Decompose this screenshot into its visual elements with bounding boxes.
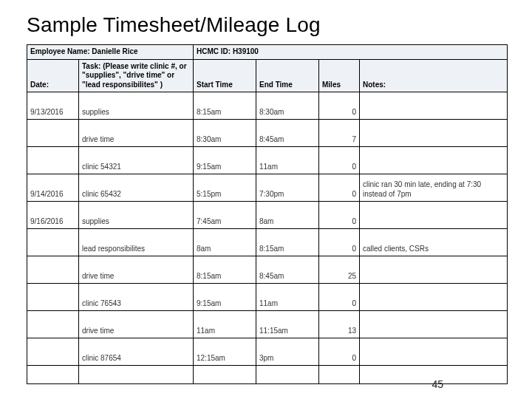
timesheet-body: 9/13/2016 supplies 8:15am 8:30am 0 drive…: [27, 92, 508, 384]
cell-notes: called clients, CSRs: [360, 229, 508, 256]
table-row: clinic 76543 9:15am 11am 0: [27, 284, 508, 311]
col-miles-header: Miles: [319, 59, 360, 92]
cell-end: 8:45am: [256, 256, 319, 284]
cell-date: [27, 120, 79, 147]
cell-miles: 0: [319, 147, 360, 174]
cell-date: [27, 311, 79, 338]
table-row: 9/13/2016 supplies 8:15am 8:30am 0: [27, 92, 508, 120]
cell-notes: [360, 120, 508, 147]
hcmc-id-header: HCMC ID: H39100: [194, 45, 508, 60]
cell-end: 11am: [256, 147, 319, 174]
employee-name-header: Employee Name: Danielle Rice: [27, 45, 194, 60]
cell-notes: [360, 284, 508, 311]
timesheet-table: Employee Name: Danielle Rice HCMC ID: H3…: [27, 44, 508, 384]
cell-date: [27, 284, 79, 311]
header-row-2: Date: Task: (Please write clinic #, or "…: [27, 59, 508, 92]
slide: Sample Timesheet/Mileage Log Employee Na…: [0, 0, 532, 399]
cell-task: clinic 76543: [79, 284, 194, 311]
col-task-header: Task: (Please write clinic #, or "suppli…: [79, 59, 194, 92]
table-row: lead responsibilites 8am 8:15am 0 called…: [27, 229, 508, 256]
cell-end: 8am: [256, 202, 319, 229]
cell-miles: 25: [319, 256, 360, 284]
cell-notes: clinic ran 30 min late, ending at 7:30 i…: [360, 174, 508, 202]
cell-end: 3pm: [256, 338, 319, 366]
timesheet-wrap: Employee Name: Danielle Rice HCMC ID: H3…: [27, 44, 510, 384]
slide-title: Sample Timesheet/Mileage Log: [27, 13, 510, 37]
cell-start: 8:15am: [194, 92, 256, 120]
cell-miles: 0: [319, 338, 360, 366]
cell-miles: 0: [319, 92, 360, 120]
table-row: drive time 8:30am 8:45am 7: [27, 120, 508, 147]
cell-end: 8:15am: [256, 229, 319, 256]
cell-start: 9:15am: [194, 284, 256, 311]
cell-start: 12:15am: [194, 338, 256, 366]
cell-date: 9/14/2016: [27, 174, 79, 202]
cell-miles: 0: [319, 229, 360, 256]
cell-task: drive time: [79, 120, 194, 147]
table-row: clinic 87654 12:15am 3pm 0: [27, 338, 508, 366]
cell-start: 8:30am: [194, 120, 256, 147]
cell-date: 9/13/2016: [27, 92, 79, 120]
cell-end: 8:30am: [256, 92, 319, 120]
cell-date: [27, 147, 79, 174]
cell-date: 9/16/2016: [27, 202, 79, 229]
cell-task: clinic 87654: [79, 338, 194, 366]
table-row: clinic 54321 9:15am 11am 0: [27, 147, 508, 174]
cell-notes: [360, 311, 508, 338]
cell-task: supplies: [79, 92, 194, 120]
cell-date: [27, 338, 79, 366]
cell-task: drive time: [79, 311, 194, 338]
cell-start: 8am: [194, 229, 256, 256]
table-row: drive time 11am 11:15am 13: [27, 311, 508, 338]
cell-start: 5:15pm: [194, 174, 256, 202]
cell-start: 11am: [194, 311, 256, 338]
col-date-header: Date:: [27, 59, 79, 92]
cell-notes: [360, 256, 508, 284]
cell-task: clinic 65432: [79, 174, 194, 202]
cell-task: lead responsibilites: [79, 229, 194, 256]
cell-start: 8:15am: [194, 256, 256, 284]
table-row: drive time 8:15am 8:45am 25: [27, 256, 508, 284]
cell-start: 7:45am: [194, 202, 256, 229]
header-row-1: Employee Name: Danielle Rice HCMC ID: H3…: [27, 45, 508, 60]
cell-end: 8:45am: [256, 120, 319, 147]
cell-notes: [360, 92, 508, 120]
cell-start: 9:15am: [194, 147, 256, 174]
cell-date: [27, 229, 79, 256]
cell-task: clinic 54321: [79, 147, 194, 174]
col-notes-header: Notes:: [360, 59, 508, 92]
cell-miles: 7: [319, 120, 360, 147]
cell-notes: [360, 202, 508, 229]
cell-task: supplies: [79, 202, 194, 229]
table-row: 9/16/2016 supplies 7:45am 8am 0: [27, 202, 508, 229]
cell-miles: 13: [319, 311, 360, 338]
cell-miles: 0: [319, 174, 360, 202]
col-end-header: End Time: [256, 59, 319, 92]
cell-task: drive time: [79, 256, 194, 284]
cell-miles: 0: [319, 202, 360, 229]
cell-miles: 0: [319, 284, 360, 311]
cell-notes: [360, 338, 508, 366]
cell-end: 7:30pm: [256, 174, 319, 202]
cell-notes: [360, 147, 508, 174]
page-number: 45: [432, 378, 443, 390]
cell-end: 11:15am: [256, 311, 319, 338]
cell-date: [27, 256, 79, 284]
cell-end: 11am: [256, 284, 319, 311]
col-start-header: Start Time: [194, 59, 256, 92]
table-row: 9/14/2016 clinic 65432 5:15pm 7:30pm 0 c…: [27, 174, 508, 202]
